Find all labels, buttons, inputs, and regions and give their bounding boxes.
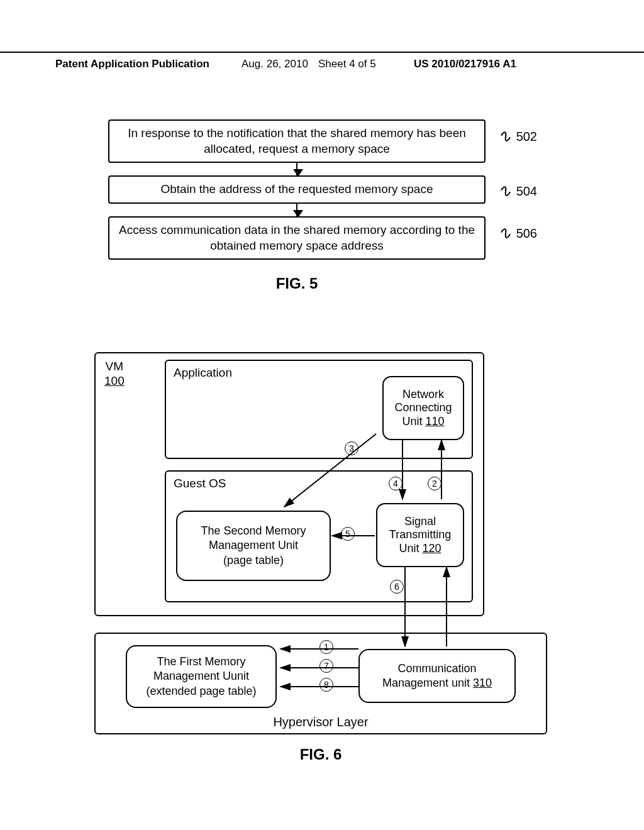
step-number-2: 2: [428, 477, 441, 490]
arrow-icon: [296, 204, 297, 216]
communication-mgmt-unit: Communication Management unit 310: [358, 649, 516, 703]
figure-6-caption: FIG. 6: [94, 746, 547, 763]
step-text: Access communication data in the shared …: [119, 223, 475, 252]
step-number-5: 5: [341, 527, 355, 541]
step-number-8: 8: [319, 678, 333, 692]
vm-label: VM 100: [104, 360, 125, 389]
figure-6: VM 100 Application Network Connecting Un…: [94, 352, 547, 763]
step-box-506: Access communication data in the shared …: [108, 216, 486, 260]
step-text: In response to the notification that the…: [128, 126, 466, 155]
step-text: Obtain the address of the requested memo…: [160, 182, 433, 196]
application-label: Application: [174, 366, 232, 380]
step-box-504: Obtain the address of the requested memo…: [108, 175, 486, 204]
ref-502: ∿ 502: [499, 126, 537, 147]
leader-icon: ∿: [496, 124, 516, 148]
leader-icon: ∿: [496, 221, 516, 245]
publication-number: US 2010/0217916 A1: [414, 58, 516, 70]
vm-container: VM 100 Application Network Connecting Un…: [94, 352, 484, 616]
first-memory-mgmt-unit: The First Memory Management Uunit (exten…: [126, 645, 277, 708]
arrow-icon: [296, 163, 297, 175]
step-box-502: In response to the notification that the…: [108, 119, 486, 163]
step-number-3: 3: [345, 441, 358, 455]
step-number-6: 6: [390, 580, 404, 594]
step-number-4: 4: [389, 477, 402, 490]
signal-transmitting-unit: Signal Transmitting Unit 120: [376, 503, 464, 567]
second-memory-mgmt-unit: The Second Memory Management Unit (page …: [176, 511, 331, 581]
ref-506: ∿ 506: [499, 223, 537, 244]
guest-os-label: Guest OS: [174, 477, 226, 490]
figure-5-caption: FIG. 5: [108, 275, 486, 292]
application-layer: Application Network Connecting Unit 110: [165, 360, 473, 459]
page-header: Patent Application Publication Aug. 26, …: [0, 52, 644, 57]
leader-icon: ∿: [496, 179, 516, 204]
publication-date: Aug. 26, 2010: [242, 58, 308, 70]
step-number-1: 1: [319, 640, 333, 654]
vm-id: 100: [104, 374, 125, 387]
step-number-7: 7: [319, 659, 333, 673]
figure-5: In response to the notification that the…: [108, 119, 486, 292]
network-connecting-unit: Network Connecting Unit 110: [382, 376, 464, 440]
ref-504: ∿ 504: [499, 180, 537, 202]
sheet-number: Sheet 4 of 5: [318, 58, 376, 70]
publication-label: Patent Application Publication: [55, 58, 209, 70]
hypervisor-label: Hypervisor Layer: [96, 715, 546, 729]
guest-os-layer: Guest OS The Second Memory Management Un…: [165, 470, 473, 602]
